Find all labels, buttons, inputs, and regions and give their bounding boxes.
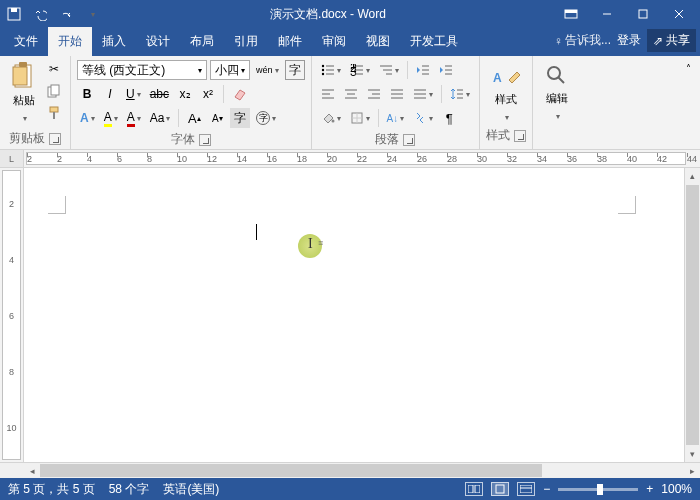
page-count[interactable]: 第 5 页，共 5 页 — [8, 481, 95, 498]
zoom-out-button[interactable]: − — [543, 482, 550, 496]
maximize-icon[interactable] — [626, 0, 660, 28]
cut-button[interactable]: ✂ — [44, 59, 64, 79]
enclose-char-button[interactable]: 字 — [253, 108, 279, 128]
align-left-button[interactable] — [318, 84, 338, 104]
scroll-left-icon[interactable]: ◂ — [24, 463, 40, 478]
multilevel-button[interactable] — [376, 60, 402, 80]
tab-references[interactable]: 引用 — [224, 27, 268, 56]
share-button[interactable]: ⇗共享 — [647, 29, 696, 52]
web-layout-button[interactable] — [517, 482, 535, 496]
share-icon: ⇗ — [653, 34, 663, 48]
vertical-scrollbar[interactable]: ▴ ▾ — [684, 168, 700, 462]
svg-rect-1 — [11, 8, 17, 12]
ribbon-display-icon[interactable] — [554, 0, 588, 28]
zoom-level[interactable]: 100% — [661, 482, 692, 496]
tab-developer[interactable]: 开发工具 — [400, 27, 468, 56]
underline-button[interactable]: U — [123, 84, 144, 104]
decrease-indent-button[interactable] — [413, 60, 433, 80]
sort-button[interactable]: A↓ — [384, 108, 408, 128]
phonetic-guide-button[interactable]: wén — [253, 60, 282, 80]
tab-view[interactable]: 视图 — [356, 27, 400, 56]
tab-design[interactable]: 设计 — [136, 27, 180, 56]
distributed-button[interactable] — [410, 84, 436, 104]
language-status[interactable]: 英语(美国) — [163, 481, 219, 498]
change-case-button[interactable]: Aa — [147, 108, 174, 128]
grow-font-button[interactable]: A▴ — [184, 108, 204, 128]
tab-selector[interactable]: L — [0, 150, 24, 167]
highlight-button[interactable]: A — [101, 108, 121, 128]
document-area[interactable]: I — [24, 168, 684, 462]
char-shading-button[interactable]: 字 — [230, 108, 250, 128]
numbering-icon: 123 — [350, 64, 364, 76]
numbering-button[interactable]: 123 — [347, 60, 373, 80]
font-name-select[interactable]: 等线 (西文正文)▾ — [77, 60, 207, 80]
show-marks-button[interactable]: ¶ — [439, 108, 459, 128]
tab-review[interactable]: 审阅 — [312, 27, 356, 56]
undo-icon[interactable] — [30, 4, 50, 24]
align-center-icon — [344, 88, 358, 100]
tab-layout[interactable]: 布局 — [180, 27, 224, 56]
text-effects-button[interactable]: A — [77, 108, 98, 128]
paste-icon — [11, 61, 37, 91]
line-spacing-button[interactable] — [447, 84, 473, 104]
print-layout-button[interactable] — [491, 482, 509, 496]
shrink-font-button[interactable]: A▾ — [207, 108, 227, 128]
tab-mail[interactable]: 邮件 — [268, 27, 312, 56]
strike-button[interactable]: abc — [147, 84, 172, 104]
svg-text:A: A — [493, 71, 502, 85]
zoom-slider[interactable] — [558, 488, 638, 491]
tab-file[interactable]: 文件 — [4, 27, 48, 56]
qat-customize-icon[interactable] — [82, 4, 102, 24]
dialog-launcher-icon[interactable] — [49, 133, 61, 145]
increase-indent-button[interactable] — [436, 60, 456, 80]
paste-button[interactable]: 粘贴 — [6, 59, 42, 125]
group-label-clipboard: 剪贴板 — [9, 130, 45, 147]
justify-button[interactable] — [387, 84, 407, 104]
bullets-button[interactable] — [318, 60, 344, 80]
minimize-icon[interactable] — [590, 0, 624, 28]
svg-rect-62 — [475, 485, 480, 493]
format-painter-button[interactable] — [44, 103, 64, 123]
asian-layout-button[interactable] — [410, 108, 436, 128]
close-icon[interactable] — [662, 0, 696, 28]
align-center-button[interactable] — [341, 84, 361, 104]
vertical-ruler[interactable]: 246810 — [0, 168, 24, 462]
horizontal-ruler[interactable]: L 22468101214161820222426283032343638404… — [0, 150, 700, 168]
dialog-launcher-icon[interactable] — [514, 130, 526, 142]
zoom-in-button[interactable]: + — [646, 482, 653, 496]
editing-button[interactable]: 编辑 — [539, 59, 575, 125]
bold-button[interactable]: B — [77, 84, 97, 104]
clear-format-button[interactable] — [229, 84, 251, 104]
save-icon[interactable] — [4, 4, 24, 24]
styles-button[interactable]: A 样式 — [486, 59, 526, 125]
horizontal-scrollbar[interactable]: ◂ ▸ — [0, 462, 700, 478]
login-link[interactable]: 登录 — [617, 32, 641, 49]
font-size-select[interactable]: 小四▾ — [210, 60, 250, 80]
scroll-thumb[interactable] — [40, 464, 542, 477]
font-color-button[interactable]: A — [124, 108, 144, 128]
tab-insert[interactable]: 插入 — [92, 27, 136, 56]
subscript-button[interactable]: x₂ — [175, 84, 195, 104]
svg-point-15 — [321, 65, 323, 67]
collapse-ribbon-button[interactable]: ˄ — [678, 58, 698, 78]
redo-icon[interactable] — [56, 4, 76, 24]
scroll-right-icon[interactable]: ▸ — [684, 463, 700, 478]
superscript-button[interactable]: x² — [198, 84, 218, 104]
dialog-launcher-icon[interactable] — [199, 134, 211, 146]
scroll-thumb[interactable] — [686, 185, 699, 445]
word-count[interactable]: 58 个字 — [109, 481, 150, 498]
borders-button[interactable] — [347, 108, 373, 128]
scroll-up-icon[interactable]: ▴ — [685, 168, 700, 184]
tab-home[interactable]: 开始 — [48, 27, 92, 56]
scroll-down-icon[interactable]: ▾ — [685, 446, 700, 462]
group-clipboard: 粘贴 ✂ 剪贴板 — [0, 56, 71, 149]
dialog-launcher-icon[interactable] — [403, 134, 415, 146]
char-border-button[interactable]: 字 — [285, 60, 305, 80]
align-right-button[interactable] — [364, 84, 384, 104]
paint-bucket-icon — [321, 111, 335, 125]
shading-button[interactable] — [318, 108, 344, 128]
copy-button[interactable] — [44, 81, 64, 101]
italic-button[interactable]: I — [100, 84, 120, 104]
read-mode-button[interactable] — [465, 482, 483, 496]
tell-me[interactable]: ♀告诉我... — [554, 32, 611, 49]
